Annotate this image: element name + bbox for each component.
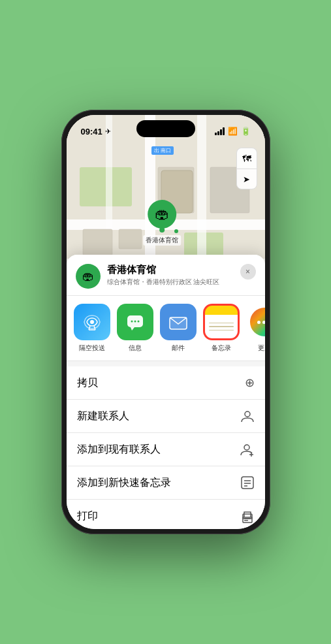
venue-icon: 🏟 — [76, 264, 101, 289]
airdrop-icon — [83, 313, 101, 331]
share-item-more[interactable]: 更多 — [245, 304, 265, 353]
mail-label: 邮件 — [172, 344, 185, 353]
svg-point-26 — [137, 321, 139, 323]
svg-rect-9 — [119, 229, 142, 249]
location-icon: ✈ — [105, 127, 111, 136]
exit-prefix: 出 — [154, 148, 159, 153]
venue-name: 香港体育馆 — [107, 264, 234, 276]
action-copy[interactable]: 拷贝 ⊕ — [67, 366, 265, 400]
action-add-existing-label: 添加到现有联系人 — [77, 443, 161, 457]
status-icons: 📶 🔋 — [215, 127, 251, 136]
stadium-marker: 🏟 香港体育馆 — [143, 200, 181, 246]
marker-label: 香港体育馆 — [143, 235, 181, 246]
share-item-airdrop[interactable]: 隔空投送 — [73, 304, 111, 353]
close-button[interactable]: × — [240, 264, 256, 280]
copy-icon: ⊕ — [245, 376, 255, 390]
wifi-icon: 📶 — [228, 127, 238, 136]
notes-icon-wrap — [203, 304, 240, 340]
notes-label: 备忘录 — [212, 344, 231, 353]
airdrop-label: 隔空投送 — [79, 344, 105, 353]
bottom-sheet: 🏟 香港体育馆 综合体育馆・香港特别行政区 油尖旺区 × — [67, 255, 265, 529]
share-row: 隔空投送 信息 — [67, 296, 265, 361]
svg-point-18 — [90, 320, 94, 324]
action-list: 拷贝 ⊕ 新建联系人 添加到现有联系人 — [67, 366, 265, 529]
phone-frame: 09:41 ✈ 📶 🔋 — [61, 110, 270, 534]
share-item-notes[interactable]: 备忘录 — [202, 304, 240, 353]
venue-icon-symbol: 🏟 — [82, 270, 94, 283]
action-quick-note[interactable]: 添加到新快速备忘录 — [67, 466, 265, 500]
messages-icon — [125, 312, 145, 332]
more-icon-wrap — [246, 304, 265, 340]
more-dots — [257, 321, 265, 324]
share-item-mail[interactable]: 邮件 — [159, 304, 197, 353]
svg-rect-39 — [244, 519, 251, 520]
action-print-label: 打印 — [77, 509, 98, 523]
messages-label: 信息 — [129, 344, 142, 353]
marker-pin: 🏟 — [148, 200, 176, 229]
svg-point-25 — [134, 321, 136, 323]
venue-info: 香港体育馆 综合体育馆・香港特别行政区 油尖旺区 — [107, 264, 234, 287]
svg-rect-40 — [244, 520, 248, 521]
signal-bars — [215, 127, 225, 135]
messages-icon-wrap — [117, 304, 153, 340]
action-print[interactable]: 打印 — [67, 500, 265, 529]
more-icon — [250, 308, 265, 336]
map-controls[interactable]: 🗺 ➤ — [236, 148, 257, 189]
map-exit-label: 出 南口 — [151, 146, 174, 155]
dynamic-island — [136, 120, 195, 137]
svg-point-29 — [245, 411, 250, 417]
quick-note-icon — [240, 475, 255, 490]
svg-line-19 — [89, 326, 90, 330]
mail-icon — [168, 313, 188, 331]
svg-rect-33 — [242, 477, 253, 489]
status-time: 09:41 — [81, 127, 102, 137]
action-quick-note-label: 添加到新快速备忘录 — [77, 476, 171, 490]
location-button[interactable]: ➤ — [236, 169, 257, 189]
airdrop-icon-wrap — [74, 304, 110, 340]
marker-stadium-icon: 🏟 — [155, 206, 169, 223]
phone-screen: 09:41 ✈ 📶 🔋 — [67, 115, 265, 529]
venue-header: 🏟 香港体育馆 综合体育馆・香港特别行政区 油尖旺区 × — [67, 255, 265, 296]
notes-lines — [209, 323, 234, 334]
action-add-existing[interactable]: 添加到现有联系人 — [67, 433, 265, 466]
action-copy-label: 拷贝 — [77, 376, 98, 390]
new-contact-icon — [240, 409, 255, 423]
battery-icon: 🔋 — [241, 127, 251, 136]
action-new-contact-label: 新建联系人 — [77, 410, 129, 423]
print-icon — [240, 509, 255, 523]
svg-marker-23 — [131, 327, 134, 330]
svg-point-24 — [131, 321, 133, 323]
svg-point-30 — [244, 445, 249, 450]
svg-line-20 — [94, 326, 95, 330]
more-label: 更多 — [258, 344, 265, 353]
svg-rect-8 — [83, 229, 112, 255]
add-contact-icon — [240, 442, 255, 457]
share-item-messages[interactable]: 信息 — [116, 304, 154, 353]
mail-icon-wrap — [160, 304, 197, 340]
map-type-button[interactable]: 🗺 — [236, 148, 257, 169]
venue-description: 综合体育馆・香港特别行政区 油尖旺区 — [107, 278, 234, 287]
action-new-contact[interactable]: 新建联系人 — [67, 400, 265, 433]
